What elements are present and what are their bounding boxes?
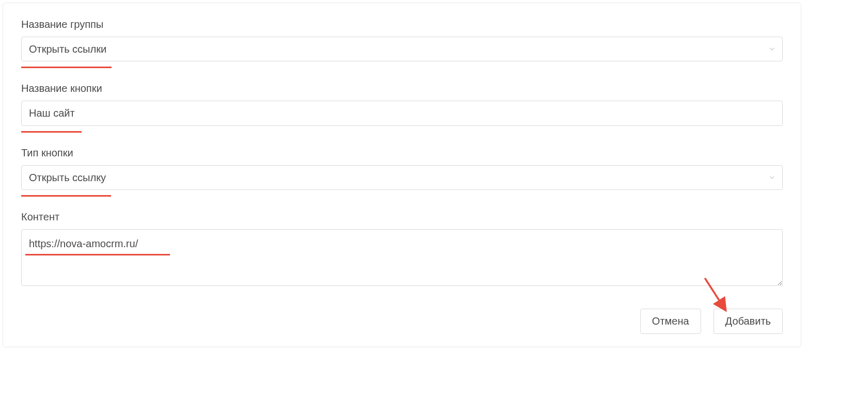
annotation-underline (25, 254, 170, 255)
group-name-label: Название группы (21, 19, 783, 30)
content-textarea[interactable]: https://nova-amocrm.ru/ (21, 229, 783, 286)
form-panel: Название группы Открыть ссылки Название … (3, 3, 801, 347)
button-type-select[interactable]: Открыть ссылку (21, 165, 783, 190)
button-type-select-wrap: Открыть ссылку (21, 165, 783, 190)
submit-button[interactable]: Добавить (714, 309, 783, 334)
content-field-group: Контент https://nova-amocrm.ru/ (21, 211, 783, 288)
content-textarea-wrap: https://nova-amocrm.ru/ (21, 229, 783, 288)
annotation-underline (21, 67, 112, 68)
button-name-label: Название кнопки (21, 83, 783, 94)
annotation-underline (21, 131, 82, 133)
group-name-select-wrap: Открыть ссылки (21, 37, 783, 61)
content-label: Контент (21, 211, 783, 223)
button-name-field-group: Название кнопки (21, 83, 783, 133)
group-name-field-group: Название группы Открыть ссылки (21, 19, 783, 68)
button-name-input[interactable] (21, 101, 783, 126)
group-name-select[interactable]: Открыть ссылки (21, 37, 783, 61)
button-type-label: Тип кнопки (21, 147, 783, 159)
button-type-field-group: Тип кнопки Открыть ссылку (21, 147, 783, 197)
action-button-row: Отмена Добавить (21, 309, 783, 334)
annotation-underline (21, 195, 111, 197)
cancel-button[interactable]: Отмена (640, 309, 701, 334)
